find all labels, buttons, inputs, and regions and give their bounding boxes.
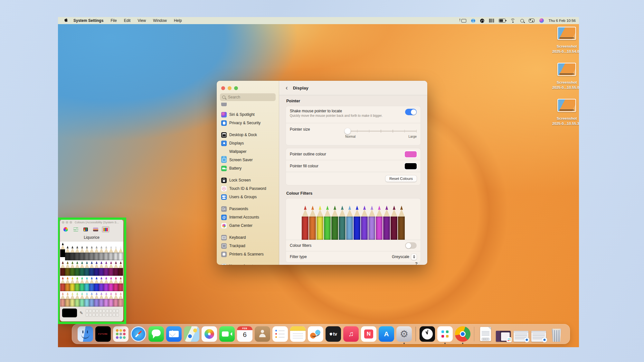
empty-swatch-cell[interactable] [92,309,95,313]
eyedropper-icon[interactable]: ✎ [80,311,83,315]
empty-swatch-cell[interactable] [106,313,109,317]
minimize-button[interactable] [228,86,232,90]
dock-chrome-window[interactable] [513,326,529,342]
dock-freeform[interactable] [308,326,323,342]
pencil-swatch[interactable] [65,246,70,260]
close-button[interactable] [62,221,64,224]
pencil-swatch[interactable] [89,246,94,260]
siri-status-icon[interactable] [539,18,544,23]
sidebar-item-trackpad[interactable]: Trackpad [220,242,276,250]
dock-chrome-window[interactable] [531,326,546,342]
swirl-status-icon[interactable] [471,19,475,23]
sidebar-item-desktop-dock[interactable]: Desktop & Dock [220,131,276,139]
sidebar-item-battery[interactable]: Battery [220,164,276,172]
sidebar-item-screen-saver[interactable]: Screen Saver [220,156,276,164]
pencil-swatch[interactable] [84,292,89,307]
pencil-swatch[interactable] [60,261,65,276]
sidebar-item-game-center[interactable]: Game Center [220,221,276,230]
stepper-arrows-icon[interactable] [411,254,417,260]
pencil-swatch[interactable] [89,261,94,276]
empty-swatch-cell[interactable] [102,309,105,313]
pencil-swatch[interactable] [94,292,99,307]
help-button[interactable]: ? [415,261,418,265]
pencil-swatch[interactable] [99,292,104,307]
pencil-swatch[interactable] [80,246,84,260]
pencil-swatch[interactable] [99,261,104,276]
empty-swatch-cell[interactable] [116,313,119,317]
empty-swatch-cell[interactable] [109,313,112,317]
spot-status-icon[interactable] [520,19,524,23]
sidebar-item-privacy-security[interactable]: Privacy & Security [220,119,276,127]
pencil-swatch[interactable] [113,277,118,291]
dock-safari[interactable] [131,326,146,342]
cc-status-icon[interactable] [480,19,484,23]
sidebar-item-keyboard[interactable]: Keyboard [220,233,276,242]
pencil-swatch[interactable] [94,261,99,276]
batt-status-icon[interactable] [499,19,506,23]
pencil-swatch[interactable] [118,246,123,260]
empty-swatch-cell[interactable] [92,313,95,317]
pencil-swatch[interactable] [109,246,113,260]
filter-type-control[interactable]: Greyscale [392,254,417,260]
pencil-swatch[interactable] [89,292,94,307]
dock-slack-window[interactable] [496,326,511,342]
pencil-swatch[interactable] [70,277,75,291]
pencil-swatch[interactable] [60,292,65,307]
dock-future[interactable]: FUTURE [95,326,111,342]
sidebar-item-printers-scanners[interactable]: Printers & Scanners [220,250,276,258]
search-input[interactable] [227,95,267,100]
sidebar-item-passwords[interactable]: Passwords [220,205,276,213]
apple-menu-icon[interactable] [64,18,68,23]
empty-swatch-cell[interactable] [113,309,116,313]
pencil-swatch[interactable] [113,292,118,307]
pencil-swatch[interactable] [80,277,84,291]
screenshot-thumbnail[interactable] [557,99,576,112]
pencil-swatch[interactable] [84,261,89,276]
back-chevron-icon[interactable]: ‹ [286,84,288,91]
dock-appstore[interactable]: A [379,326,394,342]
menubar-app-name[interactable]: System Settings [73,18,103,23]
dock-notes[interactable] [290,326,306,342]
dock-appletv[interactable]: tv [326,326,341,342]
dock-finder[interactable] [78,326,93,342]
pencil-swatch[interactable] [109,261,113,276]
pencil-swatch[interactable] [60,277,65,291]
dock-chrome[interactable] [455,326,470,342]
dock-messages[interactable] [148,326,164,342]
colour-filters-toggle[interactable] [405,242,417,249]
empty-swatch-cell[interactable] [96,309,99,313]
sidebar-item-siri-spotlight[interactable]: Siri & Spotlight [220,110,276,119]
dock-slack[interactable] [437,326,453,342]
pencil-swatch[interactable] [99,246,104,260]
pencil-swatch[interactable] [94,246,99,260]
pencil-swatch[interactable] [104,246,109,260]
pencil-swatch[interactable] [104,261,109,276]
pencil-swatch[interactable] [75,261,80,276]
desktop-screenshot-icon[interactable]: Screenshot2025-0...10.54.05 [547,27,579,54]
sidebar-item-nessus-agent[interactable]: Nessus Agent [220,262,276,265]
dock-calendar[interactable]: FEB6 [237,326,252,342]
pencil-swatch[interactable] [80,261,84,276]
sidebar-item-wallpaper[interactable]: Wallpaper [220,147,276,156]
empty-swatch-cell[interactable] [106,309,109,313]
pencil-swatch[interactable] [70,261,75,276]
shake-pointer-toggle[interactable] [405,109,417,115]
dock-docx[interactable]: DOCX [478,326,493,342]
pointer-size-slider[interactable]: Normal Large [345,127,417,138]
dock-photos[interactable] [202,326,217,342]
pencil-swatch[interactable] [84,246,89,260]
pencil-swatch[interactable] [118,261,123,276]
settings-search[interactable] [220,93,276,101]
pencil-swatch[interactable] [109,292,113,307]
close-button[interactable] [221,86,225,90]
colour-pencils-tab[interactable] [102,226,109,233]
reset-colours-button[interactable]: Reset Colours [385,175,417,182]
dock-music[interactable] [343,326,359,342]
pencil-swatch[interactable] [75,277,80,291]
pencil-swatch[interactable] [75,292,80,307]
zoom-button[interactable] [70,221,72,224]
pointer-fill-colour-swatch[interactable] [405,163,417,169]
warn-status-icon[interactable] [461,19,466,23]
colour-wheel-tab[interactable] [62,226,70,233]
empty-swatch-cell[interactable] [99,313,102,317]
